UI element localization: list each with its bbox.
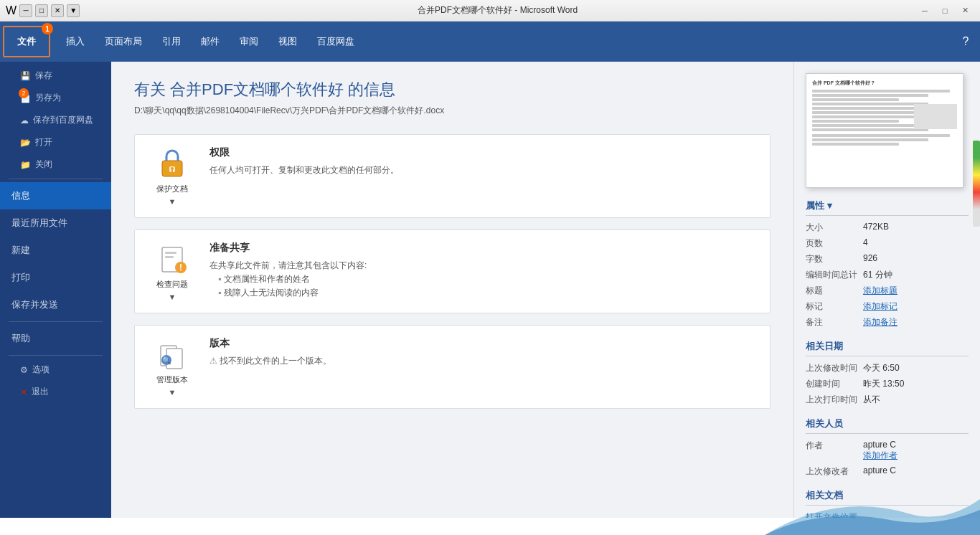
svg-point-2 [171, 167, 174, 170]
sidebar-item-new[interactable]: 新建 [0, 237, 111, 264]
file-path: D:\聊天\qq\qq数据\2698104004\FileRecv\万兴PDF\… [134, 105, 771, 117]
share-text: 在共享此文件前，请注意其包含以下内容: 文档属性和作者的姓名 残障人士无法阅读的… [209, 259, 755, 300]
prop-value-notes[interactable]: 添加备注 [863, 316, 969, 328]
open-file-location-link[interactable]: 打开文件位置 [806, 511, 969, 518]
share-content: 准备共享 在共享此文件前，请注意其包含以下内容: 文档属性和作者的姓名 残障人士… [209, 242, 755, 300]
prop-size: 大小 472KB [806, 222, 969, 234]
tab-review[interactable]: 审阅 [230, 22, 268, 62]
check-issues-btn[interactable]: ▼ [169, 293, 176, 301]
tab-references[interactable]: 引用 [152, 22, 191, 62]
svg-rect-6 [165, 256, 174, 258]
file-tab[interactable]: 文件 1 [3, 26, 50, 57]
main-layout: 💾 保存 📄 另存为 2 ☁ 保存到百度网盘 📂 打开 📁 关闭 信息 最近所用… [0, 62, 980, 518]
preview-line [812, 134, 950, 137]
author-label: 作者 [806, 440, 863, 462]
tab-view[interactable]: 视图 [268, 22, 307, 62]
properties-title[interactable]: 属性 ▾ [806, 199, 969, 216]
prop-edittime: 编辑时间总计 61 分钟 [806, 269, 969, 281]
preview-line [812, 94, 928, 97]
preview-line [812, 120, 899, 123]
restore-quick-btn[interactable]: □ [35, 4, 48, 17]
sidebar: 💾 保存 📄 另存为 2 ☁ 保存到百度网盘 📂 打开 📁 关闭 信息 最近所用… [0, 62, 111, 518]
sidebar-divider-2 [9, 321, 103, 322]
sidebar-item-info[interactable]: 信息 [0, 182, 111, 209]
preview-title: 合并 PDF 文档哪个软件好？ [812, 80, 957, 87]
save-icon: 💾 [20, 71, 31, 81]
version-text: ⚠ 找不到此文件的上一个版本。 [209, 354, 755, 368]
baidu-cloud-icon: ☁ [20, 115, 29, 126]
maximize-button[interactable]: □ [936, 4, 954, 18]
version-content: 版本 ⚠ 找不到此文件的上一个版本。 [209, 337, 755, 368]
share-title: 准备共享 [209, 242, 755, 255]
sidebar-divider-3 [9, 355, 103, 356]
sidebar-item-recent[interactable]: 最近所用文件 [0, 209, 111, 237]
share-icon-box: ! 检查问题 ▼ [149, 242, 195, 301]
protect-doc-btn[interactable]: ▼ [169, 197, 176, 206]
tab-baidu[interactable]: 百度网盘 [307, 22, 364, 62]
sidebar-item-save-send[interactable]: 保存并发送 [0, 291, 111, 318]
close-button[interactable]: ✕ [956, 4, 974, 18]
prop-value-tags[interactable]: 添加标记 [863, 300, 969, 313]
ribbon-help-btn[interactable]: ? [957, 33, 974, 50]
minimize-quick-btn[interactable]: ─ [19, 4, 32, 17]
prop-value-title[interactable]: 添加标题 [863, 285, 969, 297]
sidebar-item-open[interactable]: 📂 打开 [0, 131, 111, 153]
sidebar-item-save-as[interactable]: 📄 另存为 2 [0, 87, 111, 109]
preview-line [812, 98, 899, 101]
ribbon-tabs: 插入 页面布局 引用 邮件 审阅 视图 百度网盘 [53, 22, 364, 62]
preview-image [914, 104, 957, 129]
date-created: 创建时间 昨天 13:50 [806, 378, 969, 390]
sidebar-item-close[interactable]: 📁 关闭 [0, 153, 111, 176]
preview-line [812, 128, 928, 131]
sidebar-item-print[interactable]: 打印 [0, 264, 111, 291]
tab-page-layout[interactable]: 页面布局 [95, 22, 152, 62]
sidebar-item-options[interactable]: ⚙ 选项 [0, 359, 111, 381]
ribbon-right: ? [957, 22, 980, 62]
save-as-badge: 2 [19, 88, 29, 98]
preview-line [812, 115, 928, 118]
prop-title: 标题 添加标题 [806, 285, 969, 297]
last-modified-value: apture C [863, 465, 969, 478]
prop-label-size: 大小 [806, 222, 863, 234]
content-area: 有关 合并PDF文档哪个软件好 的信息 D:\聊天\qq\qq数据\269810… [111, 62, 793, 518]
add-author-link[interactable]: 添加作者 [863, 450, 969, 462]
version-title: 版本 [209, 337, 755, 350]
related-docs-title: 相关文档 [806, 489, 969, 506]
version-section: 🔍 管理版本 ▼ 版本 ⚠ 找不到此文件的上一个版本。 [134, 325, 771, 409]
preview-line [812, 143, 899, 146]
check-issues-icon: ! [155, 242, 189, 276]
prop-value-words: 926 [863, 253, 969, 265]
minimize-button[interactable]: ─ [915, 4, 934, 18]
sidebar-item-help[interactable]: 帮助 [0, 325, 111, 352]
tab-mailings[interactable]: 邮件 [191, 22, 230, 62]
share-section: ! 检查问题 ▼ 准备共享 在共享此文件前，请注意其包含以下内容: 文档属性和作… [134, 229, 771, 313]
customize-quick-access-btn[interactable]: ▼ [67, 4, 80, 17]
prop-notes: 备注 添加备注 [806, 316, 969, 328]
version-icon-box: 🔍 管理版本 ▼ [149, 337, 195, 397]
tab-insert[interactable]: 插入 [56, 22, 95, 62]
close-quick-btn[interactable]: ✕ [51, 4, 64, 17]
date-modified: 上次修改时间 今天 6:50 [806, 362, 969, 374]
date-printed-value: 从不 [863, 394, 969, 406]
share-items-list: 文档属性和作者的姓名 残障人士无法阅读的内容 [209, 273, 755, 300]
sidebar-item-save[interactable]: 💾 保存 [0, 65, 111, 87]
sidebar-item-save-baidu[interactable]: ☁ 保存到百度网盘 [0, 109, 111, 131]
permissions-icon-box: 保护文档 ▼ [149, 146, 195, 206]
author-value: apture C 添加作者 [863, 440, 969, 462]
exit-icon: ✕ [20, 387, 27, 397]
manage-versions-icon: 🔍 [155, 337, 189, 371]
date-modified-value: 今天 6:50 [863, 362, 969, 374]
permissions-title: 权限 [209, 146, 755, 159]
svg-text:!: ! [179, 262, 182, 273]
manage-versions-btn[interactable]: ▼ [169, 388, 176, 397]
person-author: 作者 apture C 添加作者 [806, 440, 969, 462]
permissions-content: 权限 任何人均可打开、复制和更改此文档的任何部分。 [209, 146, 755, 177]
related-docs-section: 相关文档 打开文件位置 显示所有属性 [806, 489, 969, 518]
prop-words: 字数 926 [806, 253, 969, 265]
share-item-2: 残障人士无法阅读的内容 [218, 286, 755, 300]
prop-label-notes: 备注 [806, 316, 863, 328]
file-tab-badge: 1 [42, 23, 53, 34]
title-bar-left: W ─ □ ✕ ▼ [6, 4, 80, 17]
app-icon: W [6, 4, 17, 17]
sidebar-item-exit[interactable]: ✕ 退出 [0, 381, 111, 403]
